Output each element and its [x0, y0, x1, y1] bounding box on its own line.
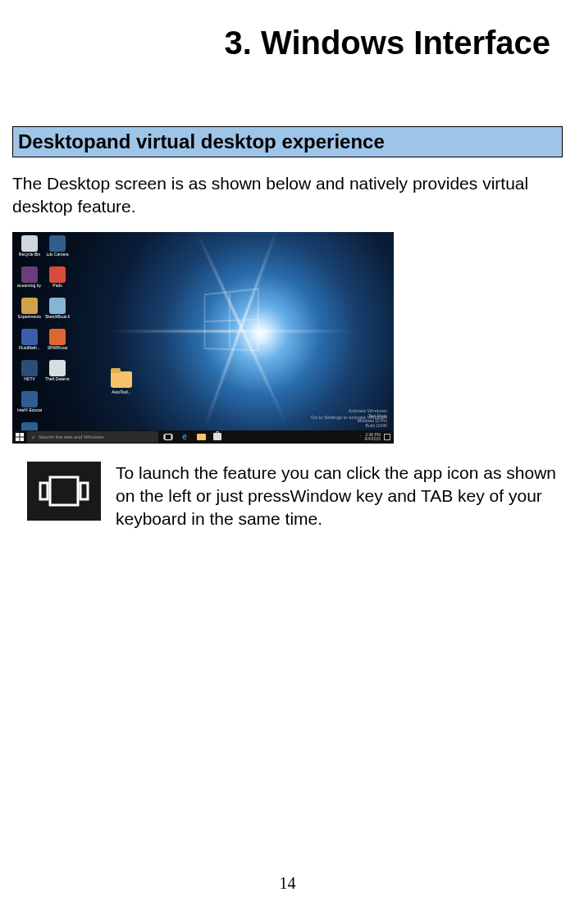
desktop-icon: Recycle Bin	[17, 235, 42, 263]
app-icon	[49, 235, 66, 252]
desktop-icon: SPARKvue	[45, 329, 70, 357]
icon-label: SPARKvue	[48, 346, 68, 350]
icon-label: SketchBook Exp	[45, 315, 70, 319]
desktop-icon: SketchBook Exp	[45, 298, 70, 325]
build-number: Build 10240	[358, 424, 387, 429]
file-explorer-icon[interactable]	[196, 432, 206, 442]
app-icon	[49, 391, 66, 407]
start-button[interactable]	[12, 430, 27, 444]
desktop-icon: HDTV	[17, 360, 42, 388]
app-icon	[21, 360, 38, 376]
build-info: Test Mode Windows 10 Pro Build 10240	[358, 414, 387, 428]
app-icon	[21, 391, 38, 407]
icon-label: eLearning by Mythware	[17, 284, 42, 288]
edge-icon[interactable]: e	[180, 432, 189, 442]
icon-label: Lds Camera	[46, 253, 68, 257]
desktop-icon: Lds Camera	[45, 235, 70, 263]
svg-rect-8	[40, 483, 48, 499]
svg-rect-4	[165, 434, 171, 439]
svg-rect-2	[16, 437, 20, 441]
section-heading: Desktopand virtual desktop experience	[12, 126, 563, 157]
svg-rect-7	[50, 477, 78, 505]
windows-logo-outline	[204, 288, 259, 351]
icon-label: Experiments	[18, 315, 41, 319]
app-icon	[21, 266, 38, 283]
folder-icon	[111, 371, 132, 388]
desktop-icon: Experiments	[17, 298, 42, 325]
icon-label: Intel® Educati...	[17, 408, 42, 412]
desktop-icon: Pads	[45, 266, 70, 294]
app-icon	[49, 298, 66, 314]
taskbar-pinned: e	[163, 432, 222, 442]
search-box[interactable]: ⌕ Search the web and Windows	[27, 431, 158, 443]
taskview-instruction: To launch the feature you can click the …	[116, 462, 563, 531]
app-icon	[49, 329, 66, 345]
search-icon: ⌕	[32, 434, 35, 439]
tray-chevron-icon[interactable]: ˄	[359, 435, 362, 439]
app-icon	[21, 298, 38, 314]
search-placeholder: Search the web and Windows	[39, 435, 103, 439]
svg-rect-3	[21, 437, 25, 441]
desktop-icon: Theft Deterre...	[45, 360, 70, 388]
taskview-info-row: To launch the feature you can click the …	[12, 462, 563, 531]
desktop-screenshot: Recycle BinLds CameraeLearning by Mythwa…	[12, 232, 394, 444]
desktop-folder: AutoTool...	[111, 371, 132, 394]
icon-label: Recycle Bin	[19, 253, 40, 257]
store-icon[interactable]	[212, 432, 222, 442]
taskview-icon[interactable]	[163, 432, 173, 442]
svg-rect-1	[21, 433, 25, 437]
tray-date: 9/4/2015	[365, 437, 381, 441]
intro-paragraph: The Desktop screen is as shown below and…	[12, 172, 563, 219]
svg-rect-5	[163, 435, 165, 439]
app-icon	[21, 235, 38, 252]
icon-label: HDTV	[24, 377, 35, 381]
desktop-icon	[45, 391, 70, 419]
taskview-app-icon	[27, 462, 101, 521]
desktop-icon: Intel® Educati...	[17, 391, 42, 419]
chapter-title: 3. Windows Interface	[12, 16, 563, 69]
icon-label: Theft Deterre...	[45, 377, 70, 381]
svg-rect-6	[172, 435, 174, 439]
page-number: 14	[0, 874, 575, 893]
desktop-icon: FluidMath...	[17, 329, 42, 357]
app-icon	[21, 329, 38, 345]
action-center-icon[interactable]	[384, 434, 390, 440]
desktop-icon: eLearning by Mythware	[17, 266, 42, 294]
app-icon	[49, 266, 66, 283]
folder-label: AutoTool...	[112, 389, 131, 394]
app-icon	[49, 360, 66, 376]
desktop-icons-grid: Recycle BinLds CameraeLearning by Mythwa…	[17, 235, 70, 444]
icon-label: Pads	[52, 284, 62, 288]
icon-label: FluidMath...	[19, 346, 40, 350]
svg-rect-9	[80, 483, 88, 499]
taskbar: ⌕ Search the web and Windows e ˄ 2:38 PM…	[12, 430, 394, 444]
system-tray: ˄ 2:38 PM 9/4/2015	[359, 433, 394, 441]
svg-rect-0	[16, 433, 20, 437]
